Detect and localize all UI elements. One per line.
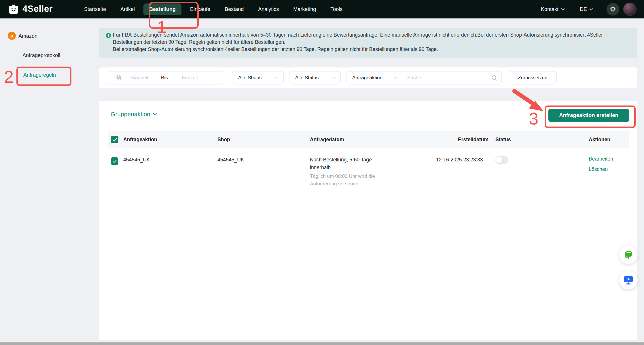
delete-link[interactable]: Löschen [589, 166, 608, 172]
table-header-row: Anfrageaktion Shop Anfragedatum Erstelld… [108, 131, 629, 148]
search-category-value: Anfrageaktion [352, 75, 382, 81]
sidebar-item-amazon[interactable]: Amazon [18, 33, 37, 39]
row-checkbox[interactable] [111, 157, 118, 165]
status-toggle[interactable] [495, 156, 508, 164]
nav-item-marketing[interactable]: Marketing [293, 6, 316, 12]
app-window: 4Seller Startseite Artikel Bestellung Ei… [0, 0, 644, 345]
column-header-anfrageaktion: Anfrageaktion [123, 137, 157, 143]
edit-link[interactable]: Bearbeiten [589, 156, 613, 162]
shopping-bag-logo-icon [7, 3, 20, 15]
reset-button-label: Zurücksetzen [518, 75, 547, 81]
search-field [402, 71, 501, 84]
cell-request-date: Nach Bestellung, 5-60 Tage innerhalb [310, 156, 376, 171]
check-icon [112, 138, 117, 142]
cell-request-action: 454545_UK [123, 157, 150, 163]
topbar-right-controls: Kontakt DE ⚙ [541, 0, 637, 18]
calendar-icon [115, 75, 121, 81]
chevron-down-icon [275, 77, 279, 79]
search-category-select[interactable]: Anfrageaktion [346, 71, 402, 84]
date-separator-label: Bis [161, 75, 168, 81]
video-monitor-icon [623, 276, 634, 285]
info-banner: Für FBA-Bestellungen sendet Amazon autom… [99, 28, 637, 58]
cell-shop: 454545_UK [217, 157, 244, 163]
support-chat-button[interactable] [619, 246, 638, 264]
info-banner-text: Für FBA-Bestellungen sendet Amazon autom… [113, 31, 630, 53]
start-date-input[interactable] [130, 75, 161, 81]
amazon-smile-icon [10, 37, 14, 42]
chevron-down-icon [332, 77, 336, 79]
nav-item-startseite[interactable]: Startseite [84, 6, 106, 12]
rules-panel: Gruppenaktion Anfrageaktion erstellen 3 … [99, 101, 637, 340]
info-banner-paragraph-1: Für FBA-Bestellungen sendet Amazon autom… [113, 31, 630, 46]
column-header-aktionen: Aktionen [589, 137, 610, 143]
info-icon [106, 33, 111, 38]
date-range-input[interactable]: Bis [108, 71, 224, 84]
settings-button[interactable]: ⚙ [607, 3, 619, 16]
scrollbar-thumb[interactable] [0, 342, 644, 345]
brand-logo[interactable]: 4Seller [7, 3, 53, 15]
shop-filter-select[interactable]: Alle Shops [232, 71, 284, 84]
gear-icon: ⚙ [610, 6, 616, 13]
status-filter-select[interactable]: Alle Status [289, 71, 341, 84]
horizontal-scrollbar[interactable] [0, 342, 644, 345]
group-action-label: Gruppenaktion [111, 111, 150, 118]
select-all-checkbox[interactable] [111, 136, 118, 143]
group-action-dropdown[interactable]: Gruppenaktion [111, 111, 157, 118]
annotation-number-2: 2 [4, 68, 14, 86]
shop-filter-value: Alle Shops [238, 75, 262, 81]
annotation-arrow-icon [512, 89, 547, 115]
table-row: 454545_UK 454545_UK Nach Bestellung, 5-6… [108, 148, 629, 191]
info-banner-paragraph-2: Bei erstmaliger Shop-Autorisierung synch… [113, 46, 630, 53]
chevron-down-icon [394, 77, 398, 79]
search-input[interactable] [407, 75, 491, 81]
cell-created-at: 12-16-2025 23:23:33 [436, 157, 483, 163]
language-dropdown[interactable]: DE [580, 6, 593, 12]
nav-item-bestellung[interactable]: Bestellung [143, 3, 181, 15]
contact-dropdown[interactable]: Kontakt [541, 6, 565, 12]
filter-bar: Bis Alle Shops Alle Status Anfrageaktion [99, 67, 637, 88]
status-filter-value: Alle Status [295, 75, 319, 81]
check-icon [112, 159, 117, 163]
main-navigation: Startseite Artikel Bestellung Einkäufe B… [84, 0, 342, 18]
column-header-anfragedatum: Anfragedatum [310, 137, 344, 143]
user-avatar[interactable] [623, 3, 637, 16]
chevron-down-icon [561, 8, 565, 11]
column-header-erstelldatum: Erstelldatum [458, 137, 488, 143]
nav-item-einkaeufe[interactable]: Einkäufe [190, 6, 210, 12]
reset-button[interactable]: Zurücksetzen [509, 71, 557, 84]
language-label: DE [580, 6, 587, 12]
video-tutorial-button[interactable] [619, 271, 638, 289]
end-date-input[interactable] [181, 75, 212, 81]
nav-item-analytics[interactable]: Analytics [258, 6, 279, 12]
brand-name: 4Seller [22, 4, 53, 14]
nav-item-tools[interactable]: Tools [330, 6, 342, 12]
sidebar-item-anfrageprotokoll[interactable]: Anfrageprotokoll [22, 52, 60, 59]
annotation-number-1: 1 [157, 18, 166, 36]
nav-item-artikel[interactable]: Artikel [120, 6, 135, 12]
sidebar-item-anfrageregeln[interactable]: Anfrageregeln [23, 72, 56, 78]
cell-request-date-note: Täglich um 00:00 Uhr wird die Anforderun… [310, 173, 385, 188]
nav-item-bestand[interactable]: Bestand [225, 6, 244, 12]
headset-chat-icon [623, 250, 634, 260]
toggle-knob [496, 157, 502, 163]
chevron-down-icon [153, 113, 157, 116]
search-icon[interactable] [491, 75, 497, 81]
column-header-shop: Shop [217, 137, 230, 143]
chevron-down-icon [589, 8, 593, 11]
create-request-action-button[interactable]: Anfrageaktion erstellen [548, 109, 629, 122]
contact-label: Kontakt [541, 6, 558, 12]
column-header-status: Status [495, 137, 511, 143]
search-group: Anfrageaktion [346, 71, 502, 84]
top-navigation-bar: 4Seller Startseite Artikel Bestellung Ei… [0, 0, 644, 18]
